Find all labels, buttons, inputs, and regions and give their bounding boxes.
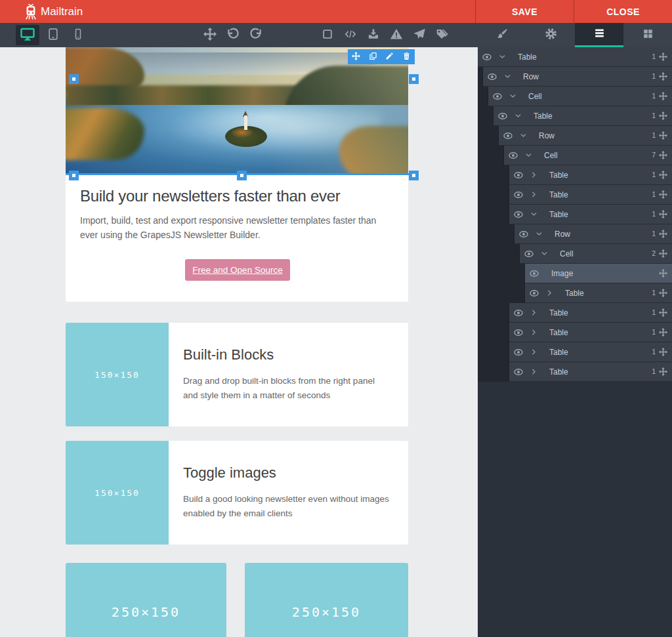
layer-manager-button[interactable] xyxy=(575,23,623,47)
visibility-eye-icon[interactable] xyxy=(487,72,497,82)
component-delete-button[interactable] xyxy=(400,51,413,64)
visibility-eye-icon[interactable] xyxy=(513,190,524,200)
editor-canvas[interactable]: Build your newsletters faster than ever … xyxy=(0,47,478,637)
toggle-borders-button[interactable] xyxy=(316,23,339,47)
layer-row-image[interactable]: Image xyxy=(478,264,672,283)
free-open-source-button[interactable]: Free and Open Source xyxy=(185,259,290,281)
chevron-down-icon[interactable] xyxy=(520,132,527,139)
visibility-eye-icon[interactable] xyxy=(492,91,503,102)
chevron-right-icon[interactable] xyxy=(530,368,537,375)
save-button[interactable]: SAVE xyxy=(475,0,574,23)
placeholder-image-250-right[interactable]: 250×150 xyxy=(245,563,408,637)
merge-tags-button[interactable] xyxy=(430,23,453,47)
chevron-down-icon[interactable] xyxy=(541,250,548,257)
builtin-blocks-section[interactable]: 150×150 Built-in Blocks Drag and drop bu… xyxy=(66,323,408,426)
chevron-down-icon[interactable] xyxy=(530,211,537,218)
chevron-right-icon[interactable] xyxy=(530,191,537,198)
visibility-eye-icon[interactable] xyxy=(518,229,529,239)
resize-handle-right[interactable] xyxy=(409,74,419,84)
layer-row-row[interactable]: Row1 xyxy=(478,224,672,244)
layer-move-handle-icon[interactable] xyxy=(659,269,667,277)
visibility-eye-icon[interactable] xyxy=(513,308,524,318)
layer-row-cell[interactable]: Cell1 xyxy=(478,87,672,106)
placeholder-image-250-left[interactable]: 250×150 xyxy=(66,563,226,637)
layer-move-handle-icon[interactable] xyxy=(659,249,667,258)
placeholder-image-150[interactable]: 150×150 xyxy=(66,441,169,545)
visibility-eye-icon[interactable] xyxy=(482,52,492,62)
visibility-eye-icon[interactable] xyxy=(529,288,539,298)
style-manager-button[interactable] xyxy=(478,23,526,47)
layer-row-table[interactable]: Table1 xyxy=(478,205,672,224)
device-tablet-button[interactable] xyxy=(41,23,64,47)
chevron-down-icon[interactable] xyxy=(536,230,543,237)
layer-row-table[interactable]: Table1 xyxy=(478,165,672,185)
layer-move-handle-icon[interactable] xyxy=(659,328,667,337)
layer-row-row[interactable]: Row1 xyxy=(478,126,672,146)
layer-move-handle-icon[interactable] xyxy=(659,171,667,179)
visibility-eye-icon[interactable] xyxy=(513,347,524,358)
chevron-right-icon[interactable] xyxy=(530,348,537,356)
view-code-button[interactable] xyxy=(339,23,362,47)
layer-move-handle-icon[interactable] xyxy=(659,92,667,100)
chevron-down-icon[interactable] xyxy=(504,73,511,80)
layer-row-cell[interactable]: Cell2 xyxy=(478,244,672,264)
undo-button[interactable] xyxy=(221,23,244,47)
blocks-button[interactable] xyxy=(623,23,672,47)
layer-move-handle-icon[interactable] xyxy=(659,230,667,238)
layer-move-handle-icon[interactable] xyxy=(659,308,667,317)
visibility-eye-icon[interactable] xyxy=(503,131,513,141)
settings-button[interactable] xyxy=(526,23,575,47)
device-mobile-button[interactable] xyxy=(66,23,89,47)
layer-move-handle-icon[interactable] xyxy=(659,210,667,218)
layer-row-table[interactable]: Table1 xyxy=(478,323,672,342)
visibility-eye-icon[interactable] xyxy=(497,111,508,121)
import-button[interactable] xyxy=(362,23,385,47)
device-desktop-button[interactable] xyxy=(16,25,39,45)
hero-image[interactable] xyxy=(66,47,408,175)
visibility-eye-icon[interactable] xyxy=(513,327,524,338)
resize-handle-bottom-left[interactable] xyxy=(69,171,79,180)
layer-row-table[interactable]: Table1 xyxy=(478,185,672,205)
layer-row-table[interactable]: Table1 xyxy=(478,283,672,303)
layer-move-handle-icon[interactable] xyxy=(659,112,667,120)
layer-move-handle-icon[interactable] xyxy=(659,190,667,199)
chevron-right-icon[interactable] xyxy=(546,289,553,297)
layer-row-table[interactable]: Table1 xyxy=(478,362,672,382)
visibility-eye-icon[interactable] xyxy=(513,209,524,220)
layer-move-handle-icon[interactable] xyxy=(659,367,667,376)
layer-move-handle-icon[interactable] xyxy=(659,289,667,297)
chevron-down-icon[interactable] xyxy=(499,53,506,60)
layer-move-handle-icon[interactable] xyxy=(659,52,667,61)
layer-row-table[interactable]: Table1 xyxy=(478,303,672,323)
visibility-eye-icon[interactable] xyxy=(508,150,518,161)
visibility-eye-icon[interactable] xyxy=(513,367,524,377)
layer-move-handle-icon[interactable] xyxy=(659,151,667,159)
chevron-right-icon[interactable] xyxy=(530,309,537,316)
visibility-eye-icon[interactable] xyxy=(529,268,539,279)
visibility-eye-icon[interactable] xyxy=(513,170,524,180)
placeholder-image-150[interactable]: 150×150 xyxy=(66,323,169,426)
chevron-right-icon[interactable] xyxy=(530,329,537,336)
chevron-down-icon[interactable] xyxy=(514,112,522,119)
redo-button[interactable] xyxy=(244,23,267,47)
layer-move-handle-icon[interactable] xyxy=(659,131,667,140)
layer-row-cell[interactable]: Cell7 xyxy=(478,146,672,165)
resize-handle-bottom-right[interactable] xyxy=(409,171,419,180)
move-button[interactable] xyxy=(198,23,221,47)
visibility-eye-icon[interactable] xyxy=(524,249,534,259)
send-test-button[interactable] xyxy=(408,23,430,47)
component-copy-button[interactable] xyxy=(366,51,379,64)
close-button[interactable]: CLOSE xyxy=(574,0,672,23)
layer-move-handle-icon[interactable] xyxy=(659,72,667,81)
layer-move-handle-icon[interactable] xyxy=(659,348,667,356)
layer-row-table[interactable]: Table1 xyxy=(478,342,672,362)
chevron-down-icon[interactable] xyxy=(525,152,532,159)
chevron-right-icon[interactable] xyxy=(530,171,537,178)
intro-section[interactable]: Build your newsletters faster than ever … xyxy=(66,175,408,302)
chevron-down-icon[interactable] xyxy=(509,92,516,100)
component-edit-button[interactable] xyxy=(383,51,396,64)
layer-row-table[interactable]: Table1 xyxy=(478,106,672,126)
layer-row-table[interactable]: Table1 xyxy=(478,47,672,67)
resize-handle-left[interactable] xyxy=(69,74,79,84)
resize-handle-bottom-center[interactable] xyxy=(237,171,247,180)
